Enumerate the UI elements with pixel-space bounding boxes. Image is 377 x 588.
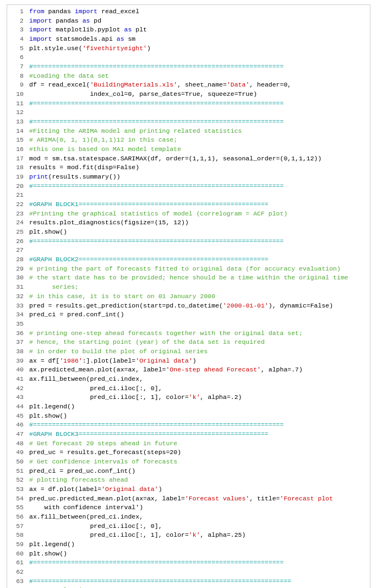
token-plain: statsmodels.api — [52, 35, 116, 42]
line-content: ax.fill_between(pred_ci.index, — [29, 375, 367, 384]
line-content: df = read_excel('BuildingMaterials.xls',… — [29, 80, 367, 90]
line-number: 26 — [10, 237, 24, 246]
code-line: 5plt.style.use('fivethirtyeight') — [10, 44, 367, 53]
line-number: 54 — [10, 494, 24, 504]
line-number: 7 — [10, 62, 24, 72]
code-line: 47#GRAPH BLOCK3=========================… — [10, 430, 367, 439]
token-str: 'One-step ahead Forecast' — [166, 366, 261, 373]
token-sep: #GRAPH BLOCK2===========================… — [29, 256, 269, 263]
line-content — [29, 108, 367, 117]
token-sep: #=======================================… — [29, 118, 283, 125]
line-number: 13 — [10, 117, 24, 127]
token-cm: # Get forecast 20 steps ahead in future — [29, 440, 177, 447]
token-plain: plt.legend() — [29, 541, 75, 548]
code-line: 31 series; — [10, 283, 367, 292]
line-number: 34 — [10, 310, 24, 320]
token-sep: #=======================================… — [29, 100, 283, 107]
code-line: 14#Fitting the ARIMA model and printing … — [10, 127, 367, 136]
token-plain: ax.fill_between(pred_ci.index, — [29, 375, 143, 382]
token-plain: ) — [159, 485, 162, 493]
line-content: #this one is based on MA1 model template — [29, 145, 367, 154]
line-number: 17 — [10, 154, 24, 164]
line-number: 2 — [10, 17, 24, 26]
token-plain: pred = results.get_prediction(start=pd.t… — [29, 302, 223, 309]
line-content: results = mod.fit(disp=False) — [29, 163, 367, 172]
code-line: 56ax.fill_between(pred_ci.index, — [10, 513, 367, 522]
line-number: 55 — [10, 503, 24, 513]
code-line: 61#=====================================… — [10, 558, 367, 568]
token-plain: pred_ci.iloc[:, 1], color= — [29, 393, 189, 401]
code-line: 52# plotting forecasts ahead — [10, 476, 367, 485]
line-number: 4 — [10, 35, 24, 44]
token-kw: import — [29, 35, 52, 42]
code-line: 44plt.legend() — [10, 402, 367, 412]
token-kw: from — [29, 8, 45, 15]
code-line: 11#=====================================… — [10, 99, 367, 109]
line-content — [29, 568, 367, 577]
line-content: #=======================================… — [29, 182, 367, 191]
line-number: 39 — [10, 357, 24, 366]
line-content: plt.show() — [29, 549, 367, 559]
line-number: 23 — [10, 209, 24, 219]
line-content: series; — [29, 283, 367, 292]
code-line: 39ax = df['1986':].plot(label='Original … — [10, 357, 367, 366]
line-content: pred_ci.iloc[:, 1], color='k', alpha=.25… — [29, 531, 367, 540]
code-line: 57 pred_ci.iloc[:, 0], — [10, 522, 367, 531]
token-plain: pred_uc = results.get_forecast(steps=20) — [29, 449, 181, 456]
line-number: 46 — [10, 420, 24, 430]
line-content: from pandas import read_excel — [29, 7, 367, 17]
line-content: # hence, the starting point (year) of th… — [29, 338, 367, 347]
line-number: 12 — [10, 108, 24, 117]
token-sep: #=======================================… — [29, 63, 283, 70]
code-line: 7#======================================… — [10, 62, 367, 72]
line-number: 58 — [10, 531, 24, 540]
line-content — [29, 53, 367, 62]
line-number: 63 — [10, 577, 24, 586]
code-line: 9df = read_excel('BuildingMaterials.xls'… — [10, 80, 367, 90]
line-content: import statsmodels.api as sm — [29, 35, 367, 44]
code-line: 55 with confidence interval') — [10, 503, 367, 513]
token-plain: ) — [193, 357, 196, 364]
token-plain: with confidence interval' — [29, 504, 139, 511]
token-sep: #GRAPH BLOCK3===========================… — [29, 430, 269, 438]
code-line: 29# printing the part of forecasts fitte… — [10, 265, 367, 274]
line-content: # printing one-step ahead forecasts toge… — [29, 329, 367, 338]
line-content: #=======================================… — [29, 420, 367, 430]
line-content: # printing the part of forecasts fitted … — [29, 265, 367, 274]
code-line: 4import statsmodels.api as sm — [10, 35, 367, 44]
token-cm: # ARIMA(0, 1, 1)(0,1,1)12 in this case; — [29, 136, 177, 143]
line-number: 15 — [10, 136, 24, 145]
token-cm: #Fitting the ARIMA model and printing re… — [29, 127, 242, 134]
code-line: 1from pandas import read_excel — [10, 7, 367, 17]
token-plain: index_col=0, parse_dates=True, squeeze=T… — [29, 90, 257, 98]
token-cm: # the start date has to be provided; hen… — [29, 274, 348, 281]
line-number: 52 — [10, 476, 24, 485]
token-plain: ax.fill_between(pred_ci.index, — [29, 513, 143, 520]
token-plain: plt.show() — [29, 550, 67, 557]
code-line: 36# printing one-step ahead forecasts to… — [10, 329, 367, 338]
code-line: 43 pred_ci.iloc[:, 1], color='k', alpha=… — [10, 393, 367, 402]
line-number: 51 — [10, 467, 24, 476]
line-number: 1 — [10, 7, 24, 17]
line-number: 43 — [10, 393, 24, 402]
line-content: plt.style.use('fivethirtyeight') — [29, 44, 367, 53]
token-sep: #=======================================… — [29, 559, 283, 566]
line-number: 37 — [10, 338, 24, 347]
token-str: 'Data' — [227, 81, 249, 88]
line-content: #Loading the data set — [29, 72, 367, 81]
token-cm: # plotting forecasts ahead — [29, 476, 128, 483]
line-number: 57 — [10, 522, 24, 531]
code-line: 10 index_col=0, parse_dates=True, squeez… — [10, 90, 367, 99]
token-plain: results = mod.fit(disp=False) — [29, 164, 139, 171]
token-str: '1986' — [59, 357, 82, 364]
token-kw: as — [83, 17, 90, 24]
line-content: plt.legend() — [29, 540, 367, 549]
line-content: print(results.summary()) — [29, 172, 367, 182]
code-line: 26#=====================================… — [10, 237, 367, 246]
token-plain: ax.predicted_mean.plot(ax=ax, label= — [29, 366, 166, 373]
line-number: 21 — [10, 191, 24, 200]
token-str: 'k' — [189, 393, 200, 401]
code-line: 46#=====================================… — [10, 420, 367, 430]
token-str: 'Original data' — [135, 357, 193, 364]
code-line: 30# the start date has to be provided; h… — [10, 273, 367, 283]
